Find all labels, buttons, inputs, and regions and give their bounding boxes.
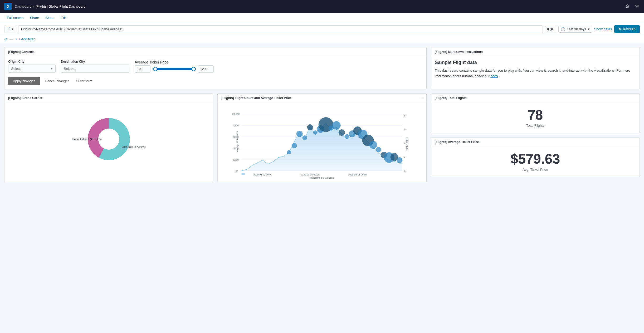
total-flights-value: 78 (436, 107, 634, 123)
markdown-panel-title: [Flights] Markdown Instructions (431, 47, 640, 56)
range-slider-fill (153, 68, 196, 70)
time-picker[interactable]: 🕐 Last 30 days ▾ (558, 26, 592, 33)
destination-city-select[interactable]: Select... (61, 65, 129, 73)
range-min-input[interactable] (135, 65, 150, 73)
range-slider-row (135, 65, 214, 73)
dot-4 (303, 135, 307, 140)
apply-changes-button[interactable]: Apply changes (8, 77, 40, 85)
time-label: Last 30 days (567, 27, 586, 31)
clear-form-button[interactable]: Clear form (74, 77, 95, 85)
airline-panel-title: [Flights] Airline Carrier (4, 94, 213, 102)
fullscreen-link[interactable]: Full screen (4, 14, 26, 22)
add-filter-button[interactable]: + + Add filter (15, 37, 35, 41)
range-min-thumb[interactable] (153, 67, 157, 71)
avg-ticket-value: $579.63 (436, 151, 634, 166)
dot-9 (332, 121, 341, 130)
docs-link[interactable]: docs (490, 74, 497, 78)
controls-panel: [Flights] Controls Origin City Select...… (4, 47, 427, 89)
range-slider-track[interactable] (153, 68, 196, 70)
y-label-0: $0 (236, 170, 238, 173)
controls-row: Origin City Select... ▾ Destination City… (8, 60, 423, 73)
time-chevron-icon: ▾ (588, 27, 590, 31)
dot-11 (345, 134, 349, 139)
addfilter-bar: ⊙ — + + Add filter (0, 35, 644, 43)
avg-ticket-label: Avg. Ticket Price (436, 168, 634, 172)
dot-10 (339, 129, 345, 136)
filterbar: 📄 ▾ KQL 🕐 Last 30 days ▾ Show dates ↻ Re… (0, 23, 644, 35)
mail-icon[interactable]: ✉ (634, 2, 640, 10)
y-right-2: 2 (404, 155, 406, 158)
y-label-200: $200 (233, 159, 239, 161)
cancel-changes-button[interactable]: Cancel changes (43, 77, 71, 85)
avatar: D (4, 3, 12, 10)
origin-city-group: Origin City Select... ▾ (8, 60, 56, 73)
origin-city-placeholder: Select... (11, 67, 23, 71)
dot-6 (313, 130, 318, 135)
menu-dots-button[interactable]: ··· (419, 96, 422, 100)
airline-chart-container: ibana Airlines (42.31%) JetBeats (57.69%… (4, 102, 213, 176)
y-axis-right-label: Flight Count (406, 138, 408, 150)
breadcrumb: Dashboard / [Flights] Global Flight Dash… (15, 4, 621, 8)
y-right-0: 0 (404, 170, 406, 173)
markdown-panel: [Flights] Markdown Instructions Sample F… (431, 47, 640, 89)
share-link[interactable]: Share (27, 14, 42, 22)
markdown-heading: Sample Flight data (435, 60, 636, 65)
refresh-label: Refresh (623, 27, 636, 31)
y-right-6: 6 (404, 128, 406, 131)
show-dates-button[interactable]: Show dates (594, 27, 612, 31)
edit-link[interactable]: Edit (58, 14, 69, 22)
avg-ticket-panel-title: [Flights] Average Ticket Price (431, 138, 640, 146)
scatter-area-chart: $0 $200 $400 $600 $800 $1,000 Average Ti… (221, 105, 422, 179)
origin-city-label: Origin City (8, 60, 56, 63)
legend-jetbeats: JetBeats (57.69%) (122, 145, 146, 148)
destination-city-group: Destination City Select... (61, 60, 129, 73)
total-flights-body: 78 Total Flights (431, 102, 640, 133)
filter-icon-btn[interactable]: 📄 ▾ (4, 26, 16, 32)
dot-14 (369, 141, 377, 149)
refresh-button[interactable]: ↻ Refresh (614, 25, 640, 33)
flightcount-title-text: [Flights] Flight Count and Average Ticke… (221, 96, 291, 100)
range-max-input[interactable] (198, 65, 214, 73)
markdown-panel-body: Sample Flight data This dashboard contai… (431, 56, 640, 83)
filter-separator: — (9, 37, 13, 41)
markdown-body-end: . (499, 74, 500, 78)
destination-city-placeholder: Select... (64, 67, 76, 71)
chart-legend-icon (242, 173, 245, 175)
gear-icon[interactable]: ⚙ (624, 2, 631, 10)
origin-city-select[interactable]: Select... ▾ (8, 65, 56, 73)
filter-options-icon[interactable]: ⊙ (4, 37, 7, 41)
dot-1 (287, 150, 291, 154)
flightcount-panel: [Flights] Flight Count and Average Ticke… (217, 93, 426, 182)
airline-panel: [Flights] Airline Carrier ibana Airlines… (4, 93, 213, 182)
origin-city-chevron-icon: ▾ (51, 67, 53, 71)
avg-ticket-price-group: Average Ticket Price (135, 60, 214, 73)
topbar: D Dashboard / [Flights] Global Flight Da… (0, 0, 644, 13)
total-flights-label: Total Flights (436, 124, 634, 128)
stats-column: [Flights] Total Flights 78 Total Flights… (431, 93, 640, 182)
refresh-icon: ↻ (618, 27, 621, 31)
controls-panel-body: Origin City Select... ▾ Destination City… (4, 56, 426, 89)
y-right-4: 4 (404, 142, 406, 144)
x-label-3: 2020-04-05 00:00 (348, 173, 367, 176)
clone-link[interactable]: Clone (43, 14, 57, 22)
avg-ticket-body: $579.63 Avg. Ticket Price (431, 146, 640, 177)
x-label-2: 2020-03-29 00:00 (301, 173, 319, 176)
filter-query-input[interactable] (18, 25, 543, 33)
total-flights-title: [Flights] Total Flights (431, 94, 640, 102)
markdown-body-text: This dashboard contains sample data for … (435, 68, 630, 78)
x-axis-label: timestamp per 12 hours (310, 177, 335, 179)
x-label-1: 2020-03-22 00:00 (253, 173, 272, 176)
avg-ticket-label: Average Ticket Price (135, 60, 214, 64)
flightcount-panel-title: [Flights] Flight Count and Average Ticke… (218, 94, 426, 102)
y-label-1000: $1,000 (232, 113, 240, 115)
legend-ibana: ibana Airlines (42.31%) (72, 138, 102, 141)
breadcrumb-start: Dashboard (15, 4, 32, 8)
filter-doc-icon: 📄 (7, 27, 11, 31)
controls-actions: Apply changes Cancel changes Clear form (8, 77, 423, 85)
dot-5 (307, 124, 313, 130)
controls-panel-title: [Flights] Controls (4, 47, 426, 56)
destination-city-label: Destination City (61, 60, 129, 63)
range-max-thumb[interactable] (192, 67, 196, 71)
dashboard: [Flights] Controls Origin City Select...… (0, 43, 644, 187)
clock-icon: 🕐 (561, 27, 565, 31)
